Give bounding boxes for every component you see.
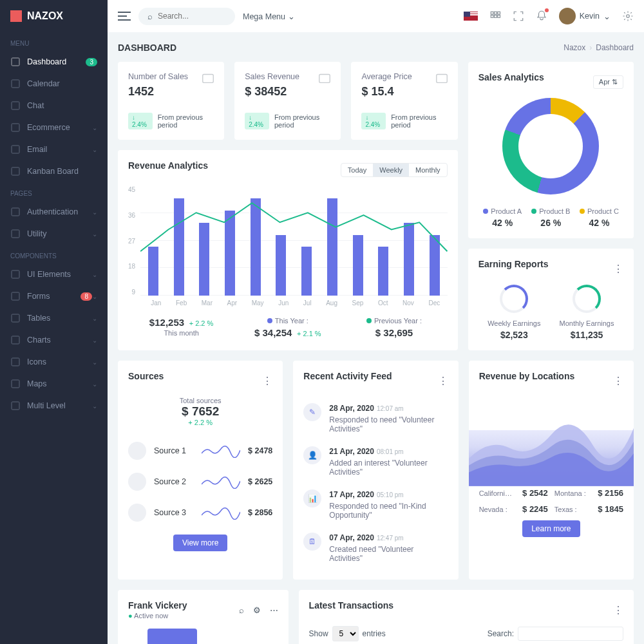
more-icon[interactable]: ⋮ <box>438 375 448 387</box>
tab-weekly[interactable]: Weekly <box>373 164 409 176</box>
transactions-card: Latest Transactions ⋮ Show 5 entries Sea… <box>299 590 634 644</box>
revenue-locations-card: Revenue by Locations ⋮ Californi…$ 2542M… <box>469 361 634 580</box>
card-title: Revenue Analytics <box>128 160 208 171</box>
more-icon[interactable]: ⋮ <box>613 375 623 387</box>
nav-icon <box>10 357 21 367</box>
svg-rect-8 <box>12 270 19 278</box>
logo-icon <box>10 10 22 22</box>
more-icon[interactable]: ⋯ <box>270 605 278 615</box>
more-icon[interactable]: ⋮ <box>613 263 623 275</box>
svg-rect-7 <box>12 230 19 238</box>
stat-card: Average Price $ 15.4 ↓ 2.4%From previous… <box>351 62 457 140</box>
brand-name: NAZOX <box>27 10 63 22</box>
logo[interactable]: NAZOX <box>0 0 108 32</box>
sidebar-item-ecommerce[interactable]: Ecommerce ⌄ <box>0 117 108 138</box>
nav-icon <box>10 207 21 217</box>
avatar <box>559 8 576 24</box>
sidebar-item-tables[interactable]: Tables ⌄ <box>0 307 108 329</box>
source-row: Source 3$ 2856 <box>128 497 272 528</box>
chevron-down-icon: ⌄ <box>92 146 97 153</box>
chevron-down-icon: ⌄ <box>92 381 97 388</box>
sidebar-item-utility[interactable]: Utility ⌄ <box>0 223 108 245</box>
user-menu[interactable]: Kevin ⌄ <box>559 8 611 24</box>
more-icon[interactable]: ⋮ <box>613 604 623 616</box>
sidebar-item-calendar[interactable]: Calendar <box>0 73 108 95</box>
source-icon <box>128 473 146 491</box>
sidebar-item-kanban-board[interactable]: Kanban Board <box>0 160 108 182</box>
more-icon[interactable]: ⋮ <box>262 375 272 387</box>
svg-rect-20 <box>497 15 500 18</box>
sources-card: Sources ⋮ Total sources $ 7652 + 2.2 % S… <box>118 361 283 580</box>
menu-toggle-icon[interactable] <box>118 12 131 21</box>
progress-ring <box>573 285 601 313</box>
svg-rect-11 <box>12 336 19 344</box>
menu-section-title: PAGES <box>0 182 108 201</box>
user-name: Kevin <box>580 12 600 21</box>
source-icon <box>128 442 146 460</box>
nav-icon <box>10 144 21 155</box>
nav-icon <box>10 79 21 89</box>
period-select[interactable]: Apr ⇅ <box>593 75 623 89</box>
location-row: Texas :$ 1845 <box>554 504 623 514</box>
sparkline <box>202 475 240 489</box>
language-flag-icon[interactable] <box>464 12 478 21</box>
activity-item: ✎28 Apr, 202012:07 amResponded to need "… <box>303 397 448 440</box>
nav-icon <box>10 401 21 411</box>
tab-monthly[interactable]: Monthly <box>409 164 447 176</box>
svg-rect-5 <box>12 167 19 175</box>
chevron-down-icon: ⌄ <box>288 12 295 21</box>
svg-rect-9 <box>12 292 19 300</box>
svg-rect-19 <box>494 15 497 18</box>
svg-rect-12 <box>12 358 19 366</box>
svg-rect-10 <box>12 314 19 322</box>
page-size-select[interactable]: 5 <box>332 626 359 641</box>
chevron-down-icon: ⌄ <box>603 12 611 21</box>
sidebar-item-charts[interactable]: Charts ⌄ <box>0 329 108 351</box>
tab-today[interactable]: Today <box>341 164 373 176</box>
chevron-down-icon: ⌄ <box>92 402 97 410</box>
apps-grid-icon[interactable] <box>489 10 501 22</box>
gear-icon[interactable]: ⚙ <box>253 605 261 615</box>
chevron-down-icon: ⌄ <box>92 124 97 131</box>
mega-menu[interactable]: Mega Menu ⌄ <box>243 12 295 21</box>
sidebar-item-email[interactable]: Email ⌄ <box>0 138 108 160</box>
sidebar-item-forms[interactable]: Forms 8 ⌄ <box>0 285 108 307</box>
activity-icon: 👤 <box>303 446 321 464</box>
activity-feed-card: Recent Activity Feed ⋮ ✎28 Apr, 202012:0… <box>293 361 458 580</box>
source-row: Source 1$ 2478 <box>128 435 272 466</box>
sales-analytics-card: Sales Analytics Apr ⇅ Product A42 %Produ… <box>468 62 634 238</box>
fullscreen-icon[interactable] <box>513 10 524 22</box>
view-more-button[interactable]: View more <box>173 535 227 551</box>
location-row: Californi…$ 2542 <box>479 488 548 498</box>
chevron-down-icon: ⌄ <box>92 315 97 322</box>
breadcrumb: Nazox›Dashboard <box>564 43 634 52</box>
chevron-down-icon: ⌄ <box>92 231 97 238</box>
period-tabs: TodayWeeklyMonthly <box>341 163 448 177</box>
sidebar-item-multi-level[interactable]: Multi Level ⌄ <box>0 395 108 417</box>
search-box[interactable]: ⌕ <box>138 8 235 25</box>
search-input[interactable] <box>158 12 226 21</box>
svg-rect-22 <box>203 75 214 83</box>
sidebar-item-authentication[interactable]: Authentication ⌄ <box>0 201 108 223</box>
topbar: ⌕ Mega Menu ⌄ Kevin ⌄ <box>108 0 644 32</box>
sidebar-item-dashboard[interactable]: Dashboard 3 <box>0 51 108 73</box>
chat-message <box>147 629 197 644</box>
table-search-input[interactable] <box>518 627 623 641</box>
svg-rect-6 <box>12 208 19 216</box>
earning-reports-card: Earning Reports ⋮ Weekly Earnings$2,523M… <box>468 249 634 350</box>
activity-item: 👤21 Apr, 202008:01 pmAdded an interest "… <box>303 440 448 483</box>
sidebar-item-ui-elements[interactable]: UI Elements ⌄ <box>0 263 108 285</box>
nav-icon <box>10 229 21 239</box>
chevron-down-icon: ⌄ <box>92 209 97 216</box>
sidebar-item-maps[interactable]: Maps ⌄ <box>0 373 108 395</box>
sidebar-item-icons[interactable]: Icons ⌄ <box>0 351 108 373</box>
learn-more-button[interactable]: Learn more <box>522 520 580 537</box>
settings-gear-icon[interactable] <box>622 10 634 22</box>
stat-icon <box>201 71 215 85</box>
sidebar-item-chat[interactable]: Chat <box>0 95 108 117</box>
search-icon[interactable]: ⌕ <box>239 605 244 615</box>
stat-card: Number of Sales 1452 ↓ 2.4%From previous… <box>118 62 224 140</box>
nav-icon <box>10 313 21 323</box>
chevron-down-icon: ⌄ <box>92 337 97 344</box>
notifications-icon[interactable] <box>536 10 547 23</box>
